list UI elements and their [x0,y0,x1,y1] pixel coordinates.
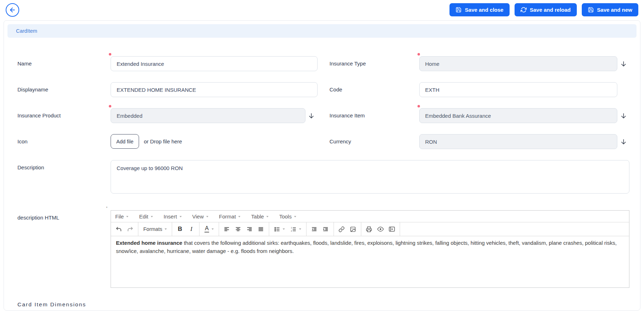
align-justify-button[interactable] [255,223,267,235]
back-button[interactable] [6,3,19,17]
align-left-button[interactable] [221,223,233,235]
formats-dropdown[interactable]: Formats [140,223,170,235]
editor-content[interactable]: Extended home insurance that covers the … [111,236,629,287]
outdent-icon [311,226,317,232]
save-and-new-button[interactable]: Save and new [582,3,638,16]
insurance-item-select[interactable] [419,108,618,123]
name-label: Name [14,56,111,67]
save-and-reload-label: Save and reload [530,7,571,13]
print-icon [366,226,372,232]
numbered-list-icon: 12 [291,226,297,232]
required-dot [417,105,420,107]
italic-button[interactable]: I [186,223,197,235]
field-row-icon: Icon Add file or Drop file here [14,134,318,149]
card-item-panel: CardItem Name Insurance Type [4,20,640,311]
card-title-bar: CardItem [7,24,637,38]
section-heading-card-item-dimensions: Card Item Dimensions [17,301,637,308]
editor-required-marker: ' [106,206,107,211]
editor-toolbar: Formats B I A [111,222,629,236]
editor-menubar: File Edit Insert View Format Table Tools [111,211,629,222]
align-center-button[interactable] [233,223,244,235]
description-textarea[interactable]: Coverage up to 96000 RON [111,160,629,194]
undo-icon [116,226,122,232]
align-left-icon [224,226,230,232]
align-right-icon [246,226,252,232]
description-html-label: description HTML [14,210,111,221]
chevron-down-icon [212,228,214,230]
menu-format[interactable]: Format [219,213,241,220]
field-row-name: Name [14,56,318,71]
save-and-close-label: Save and close [465,7,503,13]
topbar: Save and close Save and reload Save and … [0,0,644,20]
save-and-close-button[interactable]: Save and close [449,3,509,16]
menu-view[interactable]: View [192,213,208,220]
insurance-product-select[interactable] [111,108,305,123]
media-icon [389,226,395,232]
numbered-list-button[interactable]: 12 [288,223,304,235]
undo-button[interactable] [113,223,124,235]
bullet-list-button[interactable] [271,223,288,235]
name-input[interactable] [111,56,318,71]
save-icon [456,7,462,13]
bullet-list-icon [274,226,280,232]
code-label: Code [326,82,419,93]
menu-insert[interactable]: Insert [164,213,182,220]
link-icon [339,226,345,232]
topbar-actions: Save and close Save and reload Save and … [449,3,638,16]
text-color-button[interactable]: A [202,223,217,235]
media-button[interactable] [386,223,398,235]
chevron-down-icon [294,216,296,217]
svg-text:2: 2 [291,229,292,232]
redo-button[interactable] [124,223,136,235]
chevron-down-icon [126,216,128,217]
field-row-description-html: description HTML ' File Edit Insert View… [14,210,629,288]
menu-file[interactable]: File [115,213,128,220]
indent-icon [323,226,329,232]
save-and-reload-button[interactable]: Save and reload [515,3,577,16]
arrow-left-icon [9,6,16,14]
preview-button[interactable] [375,223,386,235]
menu-edit[interactable]: Edit [139,213,153,220]
indent-button[interactable] [320,223,331,235]
code-input[interactable] [419,82,618,97]
rich-text-editor: ' File Edit Insert View Format Table Too… [111,210,629,288]
currency-select[interactable] [419,134,618,149]
field-row-insurance-type: Insurance Type [326,56,630,71]
field-row-description: Description Coverage up to 96000 RON [14,160,629,194]
menu-tools[interactable]: Tools [279,213,296,220]
image-button[interactable] [347,223,359,235]
redo-icon [127,226,133,232]
align-right-button[interactable] [244,223,255,235]
dropdown-arrow-icon[interactable] [617,60,629,67]
chevron-down-icon [165,228,167,230]
align-center-icon [235,226,241,232]
menu-table[interactable]: Table [251,213,268,220]
required-dot [417,53,420,56]
bold-button[interactable]: B [174,223,186,235]
dropdown-arrow-icon[interactable] [617,138,629,145]
dropdown-arrow-icon[interactable] [617,112,629,119]
print-button[interactable] [363,223,375,235]
align-justify-icon [258,226,264,232]
editor-content-body: that covers the following additional sir… [116,240,617,254]
field-row-code: Code [326,82,630,97]
outdent-button[interactable] [309,223,320,235]
link-button[interactable] [336,223,347,235]
field-row-insurance-product: Insurance Product [14,108,318,123]
insurance-type-select[interactable] [419,56,618,71]
drop-file-hint: or Drop file here [144,138,182,144]
displayname-label: Displayname [14,82,111,93]
eye-icon [377,226,384,232]
page-title: CardItem [16,28,37,34]
add-file-button[interactable]: Add file [111,134,139,149]
save-icon [588,7,594,13]
editor-content-lead: Extended home insurance [116,240,182,246]
icon-label: Icon [14,134,111,144]
dropdown-arrow-icon[interactable] [305,112,318,119]
displayname-input[interactable] [111,82,318,97]
chevron-down-icon [299,228,301,230]
insurance-type-label: Insurance Type [326,56,419,67]
description-label: Description [14,160,111,170]
chevron-down-icon [151,216,153,217]
currency-label: Currency [326,134,419,144]
